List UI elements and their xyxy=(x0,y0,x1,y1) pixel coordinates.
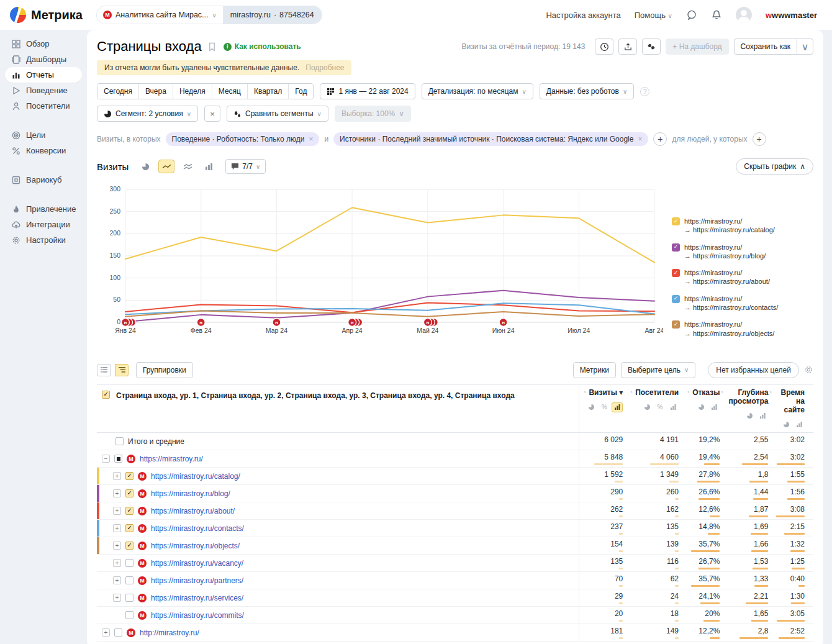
export-button[interactable] xyxy=(618,39,637,55)
date-preset-4[interactable]: Квартал xyxy=(247,84,288,99)
data-mode-select[interactable]: Данные: без роботов∨ xyxy=(540,83,634,99)
expand-row-button[interactable]: + xyxy=(113,472,121,480)
date-preset-3[interactable]: Месяц xyxy=(212,84,247,99)
expand-row-button[interactable]: + xyxy=(102,628,110,637)
chevron-down-icon[interactable]: ∨ xyxy=(797,39,813,54)
column-header-0[interactable]: ◔Визиты ▾% xyxy=(579,389,623,430)
bar-display-icon[interactable] xyxy=(794,419,805,429)
sidebar-item-6[interactable]: Конверсии xyxy=(0,143,87,158)
bar-display-icon[interactable] xyxy=(612,402,623,412)
sidebar-item-3[interactable]: Поведение xyxy=(0,83,87,98)
pie-display-icon[interactable] xyxy=(744,411,755,421)
expand-row-button[interactable]: + xyxy=(113,524,121,532)
expand-row-button[interactable]: + xyxy=(113,542,121,550)
entry-page-link[interactable]: https://mirastroy.ru/catalog/ xyxy=(151,472,240,481)
remove-filter-icon[interactable]: × xyxy=(638,135,642,143)
chart-type-bar-button[interactable] xyxy=(201,160,217,173)
compare-periods-button[interactable] xyxy=(642,39,661,55)
pie-display-icon[interactable] xyxy=(780,419,792,429)
filter-pill-robots[interactable]: Поведение · Роботность: Только люди× xyxy=(166,132,320,146)
counter-selector[interactable]: M Аналитика сайта Мирас... ∨ mirastroy.r… xyxy=(97,6,322,24)
row-checkbox[interactable] xyxy=(114,455,122,463)
sidebar-item-1[interactable]: Дашборды xyxy=(0,52,87,67)
row-checkbox[interactable] xyxy=(125,559,133,567)
hide-chart-button[interactable]: Скрыть график∧ xyxy=(736,158,813,175)
compare-segments-button[interactable]: Сравнить сегменты∨ xyxy=(227,106,328,122)
entry-page-link[interactable]: https://mirastroy.ru/partners/ xyxy=(151,576,243,585)
row-checkbox[interactable] xyxy=(125,507,133,515)
entry-page-link[interactable]: https://mirastroy.ru/services/ xyxy=(151,594,243,602)
metrics-button[interactable]: Метрики xyxy=(573,362,616,378)
sampling-select[interactable]: Выборка: 100%∨ xyxy=(335,106,411,122)
entry-page-link[interactable]: https://mirastroy.ru/ xyxy=(140,455,203,463)
sidebar-item-10[interactable]: Настройки xyxy=(0,232,87,248)
add-visit-filter-button[interactable]: + xyxy=(653,132,667,146)
sidebar-item-9[interactable]: Интеграции xyxy=(0,217,87,232)
legend-item-3[interactable]: ✓https://mirastroy.ru/ → https://mirastr… xyxy=(672,294,813,312)
date-preset-2[interactable]: Неделя xyxy=(173,84,212,99)
banner-more-link[interactable]: Подробнее xyxy=(305,63,344,72)
column-header-3[interactable]: ◔Глубина просмотра xyxy=(720,389,768,430)
legend-checkbox[interactable]: ✓ xyxy=(672,269,680,277)
add-to-dashboard-button[interactable]: + На дашборд xyxy=(666,39,728,55)
remove-filter-icon[interactable]: × xyxy=(309,135,313,143)
how-to-use-link[interactable]: i Как использовать xyxy=(224,42,301,51)
chart-type-line-button[interactable] xyxy=(158,160,174,173)
expand-row-button[interactable]: + xyxy=(113,507,121,515)
row-checkbox[interactable] xyxy=(125,542,133,550)
collapse-row-button[interactable]: − xyxy=(102,455,110,463)
chat-icon[interactable] xyxy=(686,9,697,20)
row-checkbox[interactable] xyxy=(114,628,122,637)
help-icon[interactable]: ? xyxy=(640,87,649,96)
entry-page-link[interactable]: https://mirastroy.ru/objects/ xyxy=(151,542,240,550)
row-checkbox[interactable] xyxy=(125,611,133,619)
pie-display-icon[interactable] xyxy=(695,402,707,412)
entry-page-link[interactable]: https://mirastroy.ru/commits/ xyxy=(151,611,244,620)
add-user-filter-button[interactable]: + xyxy=(753,132,766,146)
legend-checkbox[interactable]: ✓ xyxy=(672,243,680,252)
entry-page-link[interactable]: https://mirastroy.ru/blog/ xyxy=(151,489,230,498)
sidebar-item-4[interactable]: Посетители xyxy=(0,98,87,114)
legend-checkbox[interactable]: ✓ xyxy=(672,320,680,329)
entry-page-link[interactable]: https://mirastroy.ru/vacancy/ xyxy=(151,559,243,568)
metrika-logo[interactable]: Метрика xyxy=(10,7,87,23)
bell-icon[interactable] xyxy=(711,9,722,20)
help-menu[interactable]: Помощь ∨ xyxy=(635,11,672,20)
column-header-2[interactable]: ◔Отказы xyxy=(679,389,720,430)
row-checkbox[interactable] xyxy=(125,524,133,532)
chart-type-pie-button[interactable] xyxy=(137,160,153,173)
row-checkbox[interactable] xyxy=(115,437,124,445)
date-preset-1[interactable]: Вчера xyxy=(138,84,173,99)
sidebar-item-2[interactable]: Отчеты xyxy=(5,67,82,83)
percent-display-icon[interactable]: % xyxy=(654,402,666,412)
legend-item-2[interactable]: ✓https://mirastroy.ru/ → https://mirastr… xyxy=(672,268,813,286)
bar-display-icon[interactable] xyxy=(757,411,768,421)
legend-checkbox[interactable]: ✓ xyxy=(672,295,680,303)
entry-page-link[interactable]: http://mirastroy.ru/ xyxy=(140,628,199,637)
expand-row-button[interactable]: + xyxy=(113,594,121,602)
avatar[interactable] xyxy=(736,7,752,23)
chart-type-area-button[interactable] xyxy=(179,160,196,173)
column-header-1[interactable]: ◔Посетители% xyxy=(623,389,679,430)
bookmark-icon[interactable] xyxy=(208,42,216,52)
row-checkbox[interactable] xyxy=(125,576,133,584)
legend-checkbox[interactable]: ✓ xyxy=(672,217,680,225)
pie-display-icon[interactable] xyxy=(586,402,597,412)
segment-button[interactable]: Сегмент: 2 условия∨ xyxy=(97,106,198,122)
row-checkbox[interactable] xyxy=(125,594,133,602)
filter-pill-sources[interactable]: Источники · Последний значимый источник … xyxy=(333,132,648,146)
bar-display-icon[interactable] xyxy=(667,402,679,412)
entry-page-link[interactable]: https://mirastroy.ru/contacts/ xyxy=(151,524,244,533)
row-checkbox[interactable] xyxy=(125,489,133,497)
date-preset-0[interactable]: Сегодня xyxy=(97,84,138,99)
expand-row-button[interactable]: + xyxy=(113,576,121,584)
expand-row-button[interactable]: + xyxy=(113,489,121,497)
sidebar-item-8[interactable]: Привлечение xyxy=(0,201,87,217)
view-list-button[interactable] xyxy=(97,364,111,376)
sidebar-item-0[interactable]: Обзор xyxy=(0,36,87,52)
date-range-button[interactable]: 1 янв — 22 авг 2024 xyxy=(320,83,415,99)
groupings-button[interactable]: Группировки xyxy=(136,362,193,378)
pie-display-icon[interactable] xyxy=(641,402,653,412)
clear-segment-button[interactable]: × xyxy=(204,106,220,122)
detail-select[interactable]: Детализация: по месяцам∨ xyxy=(422,83,533,99)
